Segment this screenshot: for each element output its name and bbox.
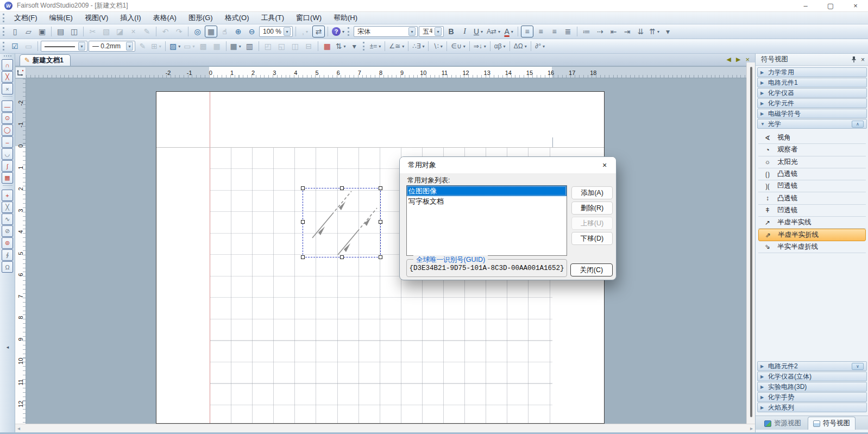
selection-handle-ne[interactable] — [379, 186, 382, 190]
snap-arc-tool[interactable]: ◡ — [2, 148, 13, 160]
align-left-button[interactable]: ≡▾ — [521, 26, 533, 37]
pattern-clear-button[interactable]: ▦▾ — [211, 40, 223, 52]
tab-symbol-view[interactable]: 符号视图 — [808, 417, 856, 430]
vertical-scrollbar[interactable] — [746, 62, 755, 424]
line-style-combo[interactable]: ▾ — [41, 41, 87, 52]
paste-button[interactable]: ◪▾ — [114, 26, 126, 37]
add-button[interactable]: 添加(A) — [571, 186, 613, 199]
snap-off-tool[interactable]: × — [2, 83, 13, 95]
insert-row-button[interactable]: ◰▾ — [262, 40, 274, 52]
list-item-bitmap-image[interactable]: 位图图像 — [407, 186, 567, 196]
bold-button[interactable]: B▾ — [445, 26, 457, 37]
group-circuit-components-1[interactable]: ▶ 电路元件1 — [757, 78, 867, 87]
selection-handle-sw[interactable] — [301, 255, 305, 259]
zoom-in-button[interactable]: ⊕▾ — [232, 26, 244, 37]
group-circuit-components-2[interactable]: ▶ 电路元件2 ∨ — [757, 361, 867, 371]
snap-midpoint-tool[interactable]: – — [2, 136, 13, 148]
snap-center-tool[interactable]: ⊙ — [2, 112, 13, 124]
symbol-concave-lens-axis[interactable]: ǂ 凹透镜 — [758, 205, 866, 217]
font-color-button[interactable]: A▾ — [502, 26, 515, 37]
line-width-combo[interactable]: — 0.2mm▾ — [89, 41, 135, 52]
dialog-title-bar[interactable]: 常用对象 × — [400, 157, 616, 173]
group-mechanics-common[interactable]: ▶ 力学常用 — [757, 67, 867, 77]
ruler-origin-button[interactable] — [15, 67, 26, 78]
dialog-close-action-button[interactable]: 关闭(C) — [570, 263, 613, 276]
pattern-fill-button[interactable]: ▩▾ — [197, 40, 210, 52]
font-size-combo[interactable]: 五号▾ — [419, 26, 444, 37]
menu-help[interactable]: 帮助(H) — [328, 12, 363, 24]
snap-grid-tool[interactable]: ▦ — [2, 172, 13, 184]
symbol-view-angle[interactable]: ∢ 视角 — [758, 132, 866, 144]
snap-magnet-tool[interactable]: ∩ — [2, 59, 13, 71]
math-plusminus-button[interactable]: ±=▾ — [369, 40, 382, 52]
toolbar-grip[interactable] — [348, 27, 350, 36]
group-chemistry-gestures[interactable]: ▶ 化学手势 — [757, 392, 867, 402]
open-button[interactable]: ▱▾ — [22, 26, 35, 37]
menu-window[interactable]: 窗口(W) — [290, 12, 328, 24]
vertical-scrollbar-thumb[interactable] — [750, 67, 752, 417]
red-grid-button[interactable]: ▦▾ — [321, 40, 334, 52]
delete-button[interactable]: ×▾ — [127, 26, 140, 37]
merge-cells-button[interactable]: ⊟▾ — [303, 40, 315, 52]
menu-format[interactable]: 格式(O) — [219, 12, 255, 24]
selection-handle-se[interactable] — [379, 255, 382, 259]
redo-button[interactable]: ↷▾ — [173, 26, 185, 37]
zoom-tool-button[interactable]: ◎▾ — [191, 26, 204, 37]
pan-hand-button[interactable]: ☝▾ — [218, 26, 231, 37]
selection-box[interactable] — [303, 188, 381, 257]
save-button[interactable]: ▣▾ — [36, 26, 48, 37]
indent-decrease-button[interactable]: ⇤▾ — [607, 26, 620, 37]
text-frame-button[interactable]: ▭▾ — [183, 40, 196, 52]
snap-curve-tool[interactable]: ∫ — [2, 160, 13, 172]
snap-quadrant-tool[interactable]: ◯ — [2, 124, 13, 136]
print-button[interactable]: ▤▾ — [54, 26, 67, 37]
proofread-button[interactable]: ☑▾ — [9, 40, 21, 52]
print-preview-button[interactable]: ◫▾ — [68, 26, 80, 37]
symbol-half-dashed-solid-polyline[interactable]: ⇗ 半虚半实折线 — [758, 229, 866, 241]
symbol-half-dashed-solid-line[interactable]: ↗ 半虚半实线 — [758, 217, 866, 229]
text-direction-button[interactable]: ⇄▾ — [312, 26, 325, 37]
math-angle-button[interactable]: ∠≅▾ — [388, 40, 405, 52]
punctuation-tool-button[interactable]: ,▾ — [299, 26, 311, 37]
indent-increase-button[interactable]: ⇥▾ — [621, 26, 633, 37]
group-electromagnetism-symbols[interactable]: ▶ 电磁学符号 — [757, 109, 867, 118]
maximize-button[interactable]: ▢ — [818, 0, 843, 11]
help-button[interactable]: ?▾ — [331, 26, 345, 37]
toolbar-options-button[interactable]: ▾▾ — [662, 26, 674, 37]
scroll-right-arrow-icon[interactable]: ▸ — [750, 425, 753, 431]
grid-toggle-button[interactable]: ▦▾ — [205, 26, 217, 37]
toolbar-grip[interactable] — [363, 42, 366, 51]
symbol-convex-lens-axis[interactable]: ↕ 凸透镜 — [758, 192, 866, 204]
minimize-button[interactable]: – — [793, 0, 818, 11]
snap-intersect2-tool[interactable]: ╳ — [2, 202, 13, 213]
menu-graphics[interactable]: 图形(G) — [183, 12, 219, 24]
selection-handle-e[interactable] — [379, 220, 382, 224]
menu-insert[interactable]: 插入(I) — [114, 12, 147, 24]
symbol-sunlight[interactable]: ☼ 太阳光 — [758, 156, 866, 168]
group-scroll-chevron[interactable]: ∧ — [852, 121, 864, 128]
horizontal-scrollbar[interactable]: ◂ ▸ — [15, 424, 755, 432]
tab-scroll-left-icon[interactable]: ◀ — [726, 56, 731, 63]
toolstrip-collapse-button[interactable]: ◂ — [4, 344, 11, 351]
undo-button[interactable]: ↶▾ — [159, 26, 172, 37]
symbol-concave-lens[interactable]: ⟯⟮ 凹透镜 — [758, 180, 866, 192]
zoom-out-button[interactable]: ⊖▾ — [246, 26, 258, 37]
split-cells-button[interactable]: ◫▾ — [289, 40, 301, 52]
font-name-combo[interactable]: 宋体▾ — [354, 26, 418, 37]
remove-button[interactable]: 删除(R) — [571, 202, 613, 215]
snap-shape-tool[interactable]: Ω — [2, 261, 13, 273]
move-down-button[interactable]: 下移(D) — [571, 232, 613, 245]
group-experiment-circuit-3d[interactable]: ▶ 实验电路(3D) — [757, 382, 867, 392]
symbol-half-solid-dashed-polyline[interactable]: ⇘ 半实半虚折线 — [758, 241, 866, 253]
toolbar-grip[interactable] — [3, 27, 5, 36]
close-button[interactable]: × — [843, 0, 868, 11]
math-ratio-button[interactable]: ∖∶▾ — [431, 40, 444, 52]
align-right-button[interactable]: ≡▾ — [548, 26, 561, 37]
snap-spiral-tool[interactable]: ∮ — [2, 249, 13, 261]
group-optics[interactable]: ▼ 光学 ∧ — [757, 119, 867, 129]
math-logic-button[interactable]: ∴∃▾ — [411, 40, 425, 52]
format-painter-button[interactable]: ✎▾ — [141, 26, 153, 37]
eraser-button[interactable]: ▭▾ — [22, 40, 35, 52]
group-chemistry-instruments[interactable]: ▶ 化学仪器 — [757, 88, 867, 98]
group-chemistry-components[interactable]: ▶ 化学元件 — [757, 98, 867, 108]
